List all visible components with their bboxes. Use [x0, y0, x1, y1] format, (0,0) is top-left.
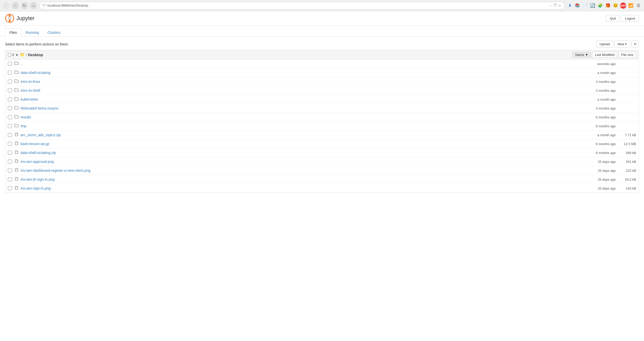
- file-modified: a month ago: [575, 71, 616, 75]
- jupyter-logo: Jupyter: [5, 14, 35, 23]
- file-icon: [14, 141, 19, 146]
- column-headers: Name ▼ Last Modified File size: [573, 52, 636, 58]
- file-modified: 6 months ago: [575, 115, 616, 119]
- file-name[interactable]: bash-lesson.tar.gz: [21, 142, 575, 146]
- file-modified: 25 days ago: [575, 187, 616, 190]
- row-checkbox[interactable]: [8, 80, 12, 84]
- row-checkbox[interactable]: [8, 106, 12, 110]
- file-name[interactable]: intro-to-shell: [21, 88, 575, 92]
- new-dropdown-arrow: ▼: [625, 43, 627, 45]
- table-row: kubernetes a month ago: [5, 95, 639, 104]
- tab-files[interactable]: Files: [5, 28, 21, 37]
- avatar-icon[interactable]: ABP: [620, 3, 626, 9]
- table-row: intro-to-shell 2 months ago: [5, 86, 639, 95]
- file-name[interactable]: ..: [21, 62, 575, 66]
- table-row: arc_slurm_adv_topics.zip a month ago 7.7…: [5, 131, 639, 140]
- file-modified: a month ago: [575, 98, 616, 101]
- upload-button[interactable]: Upload: [596, 41, 613, 48]
- table-row: Relocated Items.nosync 3 months ago: [5, 104, 639, 113]
- tab-clusters[interactable]: Clusters: [43, 28, 65, 37]
- stats-icon[interactable]: 📶: [628, 3, 634, 9]
- file-rows-container: .. seconds ago data-shell-scripting a mo…: [5, 59, 639, 193]
- item-count: 0: [12, 53, 14, 57]
- file-icon: [14, 177, 19, 182]
- file-name[interactable]: iris-iam-sign-in.png: [21, 186, 575, 190]
- file-name[interactable]: kubernetes: [21, 97, 575, 101]
- file-name[interactable]: data-shell-scripting: [21, 71, 575, 75]
- file-list-container: 0 ▾ 📁 / Desktop Name ▼ Last Modified Fil…: [5, 50, 639, 193]
- file-name[interactable]: Relocated Items.nosync: [21, 106, 575, 110]
- tab-running[interactable]: Running: [21, 28, 43, 37]
- library-icon[interactable]: 📚: [574, 3, 580, 9]
- folder-icon: [14, 88, 19, 93]
- back-button[interactable]: ←: [3, 2, 10, 9]
- file-modified: 6 months ago: [575, 151, 616, 155]
- star-icon: ☆: [558, 4, 561, 7]
- header-buttons: Quit Logout: [606, 15, 639, 22]
- row-checkbox[interactable]: [8, 88, 12, 92]
- row-checkbox[interactable]: [8, 142, 12, 146]
- row-checkbox[interactable]: [8, 160, 12, 164]
- file-name[interactable]: iris-iam-jh-sign-in.png: [21, 177, 575, 181]
- menu-icon[interactable]: ☰: [635, 3, 641, 9]
- count-dropdown[interactable]: ▾: [16, 53, 18, 57]
- action-buttons: Upload New ▼ ↻: [596, 41, 639, 48]
- puzzle-icon[interactable]: 🧩: [597, 3, 603, 9]
- file-name[interactable]: results: [21, 115, 575, 119]
- row-checkbox[interactable]: [8, 71, 12, 75]
- home-button[interactable]: ⌂: [30, 2, 37, 9]
- sync-icon[interactable]: 🔄: [590, 3, 596, 9]
- table-row: iris-iam-jh-sign-in.png 25 days ago 43.2…: [5, 175, 639, 184]
- file-modified: 25 days ago: [575, 178, 616, 181]
- row-checkbox[interactable]: [8, 62, 12, 66]
- file-size: 143 kB: [616, 187, 636, 190]
- file-name[interactable]: intro-to-linux: [21, 80, 575, 84]
- size-sort-button[interactable]: File size: [618, 52, 636, 58]
- row-checkbox[interactable]: [8, 115, 12, 119]
- row-checkbox[interactable]: [8, 151, 12, 155]
- table-row: tmp 6 months ago: [5, 122, 639, 131]
- file-size: 222 kB: [616, 169, 636, 173]
- reload-button[interactable]: ↻: [21, 2, 28, 9]
- modified-sort-button[interactable]: Last Modified: [592, 52, 617, 58]
- file-icon: [14, 168, 19, 173]
- refresh-button[interactable]: ↻: [632, 41, 639, 48]
- security-icon: 🛡: [42, 4, 46, 7]
- quit-button[interactable]: Quit: [606, 15, 620, 22]
- table-row: iris-iam-dashboard-register-a-new-client…: [5, 166, 639, 175]
- file-name[interactable]: arc_slurm_adv_topics.zip: [21, 133, 575, 137]
- face-icon[interactable]: 😊: [612, 3, 619, 9]
- name-sort-button[interactable]: Name ▼: [573, 52, 591, 58]
- address-bar[interactable]: 🛡 localhost:8888/tree/Desktop ··· ⛉ ☆: [39, 2, 565, 9]
- table-row: iris-iam-approval.png 25 days ago 261 kB: [5, 157, 639, 166]
- table-row: bash-lesson.tar.gz 6 months ago 12.5 MB: [5, 140, 639, 148]
- reader-icon[interactable]: 📄: [582, 3, 588, 9]
- breadcrumb-area: 📁 / Desktop: [20, 52, 573, 57]
- forward-button[interactable]: →: [12, 2, 19, 9]
- row-checkbox[interactable]: [8, 186, 12, 190]
- folder-icon: 📁: [20, 52, 25, 57]
- file-size: 12.5 MB: [616, 142, 636, 146]
- logout-button[interactable]: Logout: [621, 15, 639, 22]
- download-icon[interactable]: ⬇: [567, 3, 573, 9]
- row-checkbox[interactable]: [8, 124, 12, 128]
- row-checkbox[interactable]: [8, 177, 12, 181]
- file-name[interactable]: data-shell-scripting.zip: [21, 151, 575, 155]
- table-row: iris-iam-sign-in.png 25 days ago 143 kB: [5, 184, 639, 193]
- file-modified: 2 months ago: [575, 89, 616, 92]
- row-checkbox[interactable]: [8, 133, 12, 137]
- file-name[interactable]: iris-iam-approval.png: [21, 160, 575, 164]
- row-checkbox[interactable]: [8, 97, 12, 101]
- table-row: data-shell-scripting.zip 6 months ago 58…: [5, 148, 639, 157]
- gift-icon[interactable]: 🎁: [605, 3, 611, 9]
- file-modified: 3 months ago: [575, 106, 616, 110]
- new-button[interactable]: New ▼: [614, 41, 631, 48]
- file-name[interactable]: tmp: [21, 124, 575, 128]
- row-checkbox[interactable]: [8, 168, 12, 173]
- select-all-checkbox[interactable]: [8, 53, 11, 56]
- file-icon: [14, 132, 19, 137]
- table-row: .. seconds ago: [5, 59, 639, 68]
- browser-toolbar-right: ⬇ 📚 📄 🔄 🧩 🎁 😊 ABP 📶 ☰: [567, 3, 641, 9]
- folder-icon: [14, 115, 19, 120]
- file-name[interactable]: iris-iam-dashboard-register-a-new-client…: [21, 168, 575, 173]
